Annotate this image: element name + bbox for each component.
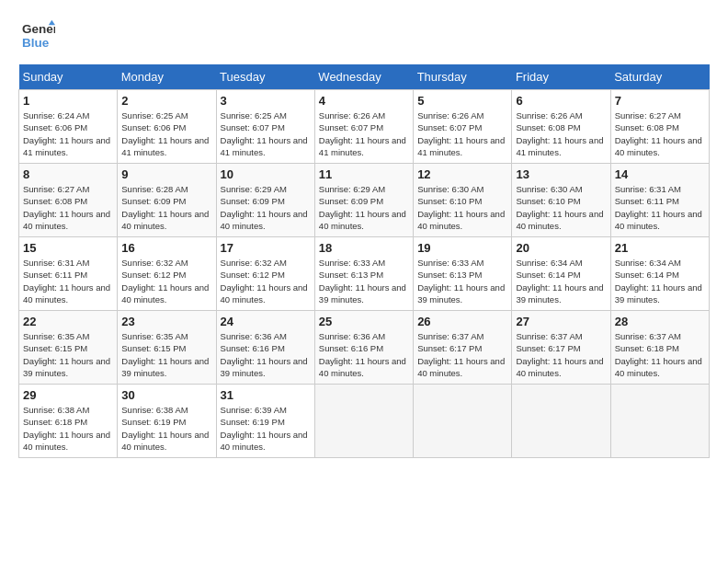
day-info: Sunrise: 6:38 AMSunset: 6:19 PMDaylight:… — [121, 404, 211, 453]
calendar-day-cell: 5Sunrise: 6:26 AMSunset: 6:07 PMDaylight… — [414, 90, 512, 164]
day-info: Sunrise: 6:34 AMSunset: 6:14 PMDaylight:… — [615, 257, 705, 305]
calendar-day-cell: 22Sunrise: 6:35 AMSunset: 6:15 PMDayligh… — [19, 311, 118, 385]
day-info: Sunrise: 6:32 AMSunset: 6:12 PMDaylight:… — [221, 257, 311, 305]
calendar-day-cell: 10Sunrise: 6:29 AMSunset: 6:09 PMDayligh… — [216, 164, 314, 237]
day-info: Sunrise: 6:25 AMSunset: 6:06 PMDaylight:… — [121, 109, 211, 158]
day-info: Sunrise: 6:30 AMSunset: 6:10 PMDaylight:… — [516, 183, 606, 232]
day-info: Sunrise: 6:33 AMSunset: 6:13 PMDaylight:… — [319, 257, 409, 305]
day-number: 14 — [615, 167, 705, 181]
calendar-week-row: 8Sunrise: 6:27 AMSunset: 6:08 PMDaylight… — [19, 164, 710, 237]
day-info: Sunrise: 6:26 AMSunset: 6:07 PMDaylight:… — [319, 109, 409, 158]
calendar-week-row: 29Sunrise: 6:38 AMSunset: 6:18 PMDayligh… — [19, 385, 710, 458]
calendar-day-cell: 7Sunrise: 6:27 AMSunset: 6:08 PMDaylight… — [610, 90, 709, 164]
logo: General Blue — [18, 18, 55, 55]
calendar-table: SundayMondayTuesdayWednesdayThursdayFrid… — [18, 64, 710, 458]
day-number: 11 — [319, 167, 409, 181]
day-info: Sunrise: 6:37 AMSunset: 6:17 PMDaylight:… — [417, 330, 507, 379]
calendar-day-cell: 30Sunrise: 6:38 AMSunset: 6:19 PMDayligh… — [118, 385, 216, 458]
day-number: 2 — [121, 94, 211, 108]
day-info: Sunrise: 6:36 AMSunset: 6:16 PMDaylight:… — [221, 330, 311, 379]
day-number: 4 — [319, 94, 409, 108]
day-number: 23 — [121, 315, 211, 328]
page-header: General Blue — [18, 18, 710, 55]
weekday-header: Wednesday — [314, 64, 413, 90]
calendar-day-cell: 12Sunrise: 6:30 AMSunset: 6:10 PMDayligh… — [414, 164, 512, 237]
calendar-day-cell: 9Sunrise: 6:28 AMSunset: 6:09 PMDaylight… — [118, 164, 216, 237]
day-number: 27 — [516, 315, 606, 328]
calendar-day-cell: 13Sunrise: 6:30 AMSunset: 6:10 PMDayligh… — [512, 164, 610, 237]
calendar-day-cell: 31Sunrise: 6:39 AMSunset: 6:19 PMDayligh… — [216, 385, 314, 458]
day-number: 29 — [23, 388, 113, 402]
calendar-day-cell: 29Sunrise: 6:38 AMSunset: 6:18 PMDayligh… — [19, 385, 118, 458]
calendar-day-cell: 18Sunrise: 6:33 AMSunset: 6:13 PMDayligh… — [314, 237, 413, 311]
day-number: 24 — [221, 315, 311, 328]
calendar-day-cell — [512, 385, 610, 458]
calendar-day-cell: 6Sunrise: 6:26 AMSunset: 6:08 PMDaylight… — [512, 90, 610, 164]
calendar-day-cell: 16Sunrise: 6:32 AMSunset: 6:12 PMDayligh… — [118, 237, 216, 311]
day-number: 19 — [417, 241, 507, 255]
day-number: 7 — [615, 94, 705, 108]
day-info: Sunrise: 6:39 AMSunset: 6:19 PMDaylight:… — [221, 404, 311, 453]
day-info: Sunrise: 6:31 AMSunset: 6:11 PMDaylight:… — [615, 183, 705, 232]
weekday-header: Thursday — [414, 64, 512, 90]
day-info: Sunrise: 6:27 AMSunset: 6:08 PMDaylight:… — [615, 109, 705, 158]
calendar-day-cell: 28Sunrise: 6:37 AMSunset: 6:18 PMDayligh… — [610, 311, 709, 385]
calendar-week-row: 15Sunrise: 6:31 AMSunset: 6:11 PMDayligh… — [19, 237, 710, 311]
day-number: 26 — [417, 315, 507, 328]
calendar-day-cell: 20Sunrise: 6:34 AMSunset: 6:14 PMDayligh… — [512, 237, 610, 311]
day-number: 5 — [417, 94, 507, 108]
calendar-day-cell: 8Sunrise: 6:27 AMSunset: 6:08 PMDaylight… — [19, 164, 118, 237]
calendar-day-cell — [610, 385, 709, 458]
day-number: 17 — [221, 241, 311, 255]
calendar-day-cell: 23Sunrise: 6:35 AMSunset: 6:15 PMDayligh… — [118, 311, 216, 385]
day-number: 8 — [23, 167, 113, 181]
weekday-header: Friday — [512, 64, 610, 90]
weekday-header: Sunday — [19, 64, 118, 90]
calendar-day-cell: 27Sunrise: 6:37 AMSunset: 6:17 PMDayligh… — [512, 311, 610, 385]
calendar-day-cell: 11Sunrise: 6:29 AMSunset: 6:09 PMDayligh… — [314, 164, 413, 237]
day-number: 31 — [221, 388, 311, 402]
calendar-header-row: SundayMondayTuesdayWednesdayThursdayFrid… — [19, 64, 710, 90]
day-info: Sunrise: 6:37 AMSunset: 6:18 PMDaylight:… — [615, 330, 705, 379]
day-number: 16 — [121, 241, 211, 255]
day-info: Sunrise: 6:35 AMSunset: 6:15 PMDaylight:… — [121, 330, 211, 379]
calendar-day-cell — [314, 385, 413, 458]
calendar-day-cell: 1Sunrise: 6:24 AMSunset: 6:06 PMDaylight… — [19, 90, 118, 164]
day-number: 6 — [516, 94, 606, 108]
calendar-day-cell: 21Sunrise: 6:34 AMSunset: 6:14 PMDayligh… — [610, 237, 709, 311]
calendar-day-cell: 15Sunrise: 6:31 AMSunset: 6:11 PMDayligh… — [19, 237, 118, 311]
day-info: Sunrise: 6:37 AMSunset: 6:17 PMDaylight:… — [516, 330, 606, 379]
calendar-day-cell: 24Sunrise: 6:36 AMSunset: 6:16 PMDayligh… — [216, 311, 314, 385]
calendar-week-row: 1Sunrise: 6:24 AMSunset: 6:06 PMDaylight… — [19, 90, 710, 164]
weekday-header: Tuesday — [216, 64, 314, 90]
day-info: Sunrise: 6:24 AMSunset: 6:06 PMDaylight:… — [23, 109, 113, 158]
day-info: Sunrise: 6:32 AMSunset: 6:12 PMDaylight:… — [121, 257, 211, 305]
day-info: Sunrise: 6:25 AMSunset: 6:07 PMDaylight:… — [221, 109, 311, 158]
day-info: Sunrise: 6:28 AMSunset: 6:09 PMDaylight:… — [121, 183, 211, 232]
day-number: 22 — [23, 315, 113, 328]
day-number: 25 — [319, 315, 409, 328]
calendar-week-row: 22Sunrise: 6:35 AMSunset: 6:15 PMDayligh… — [19, 311, 710, 385]
calendar-day-cell: 3Sunrise: 6:25 AMSunset: 6:07 PMDaylight… — [216, 90, 314, 164]
day-info: Sunrise: 6:38 AMSunset: 6:18 PMDaylight:… — [23, 404, 113, 453]
calendar-day-cell: 2Sunrise: 6:25 AMSunset: 6:06 PMDaylight… — [118, 90, 216, 164]
day-number: 12 — [417, 167, 507, 181]
weekday-header: Monday — [118, 64, 216, 90]
day-number: 13 — [516, 167, 606, 181]
day-number: 21 — [615, 241, 705, 255]
day-info: Sunrise: 6:29 AMSunset: 6:09 PMDaylight:… — [221, 183, 311, 232]
day-info: Sunrise: 6:35 AMSunset: 6:15 PMDaylight:… — [23, 330, 113, 379]
day-number: 28 — [615, 315, 705, 328]
day-number: 9 — [121, 167, 211, 181]
calendar-day-cell: 25Sunrise: 6:36 AMSunset: 6:16 PMDayligh… — [314, 311, 413, 385]
day-number: 3 — [221, 94, 311, 108]
day-number: 20 — [516, 241, 606, 255]
day-info: Sunrise: 6:31 AMSunset: 6:11 PMDaylight:… — [23, 257, 113, 305]
calendar-day-cell: 19Sunrise: 6:33 AMSunset: 6:13 PMDayligh… — [414, 237, 512, 311]
day-info: Sunrise: 6:36 AMSunset: 6:16 PMDaylight:… — [319, 330, 409, 379]
day-info: Sunrise: 6:33 AMSunset: 6:13 PMDaylight:… — [417, 257, 507, 305]
day-number: 18 — [319, 241, 409, 255]
calendar-day-cell: 14Sunrise: 6:31 AMSunset: 6:11 PMDayligh… — [610, 164, 709, 237]
day-number: 15 — [23, 241, 113, 255]
day-info: Sunrise: 6:34 AMSunset: 6:14 PMDaylight:… — [516, 257, 606, 305]
